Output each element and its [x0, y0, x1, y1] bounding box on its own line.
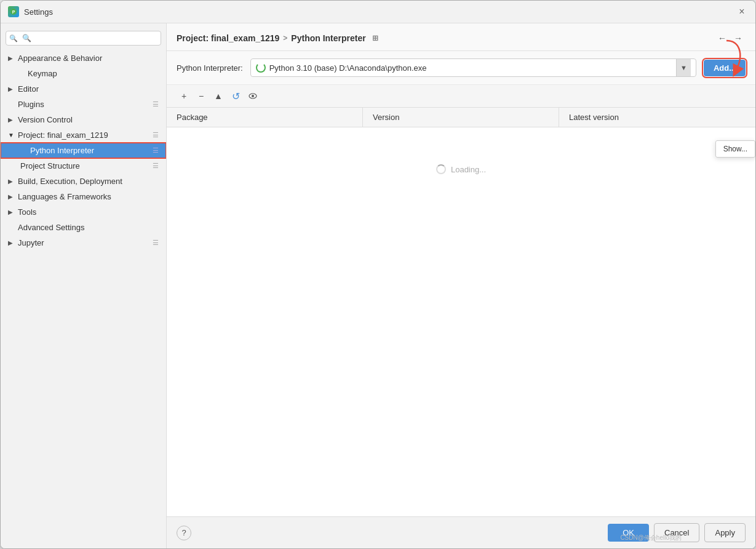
refresh-button[interactable]: ↺: [228, 89, 243, 103]
sidebar-item-keymap[interactable]: Keymap: [1, 66, 166, 81]
pin-icon: ☰: [153, 162, 159, 170]
sidebar-item-version-control[interactable]: ▶ Version Control: [1, 112, 166, 127]
arrow-icon: ▶: [8, 239, 15, 246]
sidebar-item-label: Python Interpreter: [30, 146, 150, 155]
title-bar-left: P Settings: [8, 6, 53, 17]
arrow-icon: ▶: [8, 178, 15, 185]
show-all-label: Show...: [723, 145, 747, 153]
search-input[interactable]: [6, 31, 161, 46]
loading-indicator: Loading...: [167, 127, 755, 211]
packages-toolbar: + − ▲ ↺: [167, 85, 755, 108]
sidebar-item-advanced-settings[interactable]: Advanced Settings: [1, 220, 166, 235]
eye-icon: [249, 93, 257, 99]
app-icon: P: [8, 6, 19, 17]
sidebar-item-editor[interactable]: ▶ Editor: [1, 81, 166, 97]
sidebar: 🔍 ▶ Appearance & Behavior Keymap ▶ Edito…: [1, 23, 167, 548]
sidebar-item-python-interpreter[interactable]: Python Interpreter ☰: [1, 143, 166, 158]
bottom-bar: ? OK Cancel Apply: [167, 516, 755, 548]
packages-table: Package Version Latest version Loading..…: [167, 108, 755, 516]
column-package: Package: [167, 108, 363, 127]
sidebar-item-label: Keymap: [28, 69, 159, 78]
window-title: Settings: [24, 7, 53, 17]
sidebar-item-label: Project: final_exam_1219: [18, 130, 150, 140]
sidebar-item-label: Plugins: [18, 100, 150, 109]
column-version: Version: [363, 108, 559, 127]
svg-text:P: P: [12, 10, 15, 14]
right-panel: Project: final_exam_1219 > Python Interp…: [167, 23, 755, 548]
up-package-button[interactable]: ▲: [211, 89, 226, 103]
navigation-arrows: ← →: [715, 31, 746, 46]
sidebar-item-project[interactable]: ▼ Project: final_exam_1219 ☰: [1, 127, 166, 143]
breadcrumb-icon: ⊞: [372, 34, 378, 42]
interpreter-selector[interactable]: Python 3.10 (base) D:\Anaconda\python.ex…: [250, 58, 696, 77]
sidebar-item-plugins[interactable]: Plugins ☰: [1, 97, 166, 112]
arrow-icon: ▶: [8, 209, 15, 215]
panel-header: Project: final_exam_1219 > Python Interp…: [167, 23, 755, 51]
arrow-icon: ▶: [8, 193, 15, 200]
sidebar-item-jupyter[interactable]: ▶ Jupyter ☰: [1, 235, 166, 250]
sidebar-item-languages[interactable]: ▶ Languages & Frameworks: [1, 189, 166, 204]
sidebar-item-label: Version Control: [18, 115, 159, 124]
pin-icon: ☰: [153, 100, 159, 108]
back-button[interactable]: ←: [715, 31, 730, 46]
sidebar-item-label: Editor: [18, 84, 159, 94]
loading-spinner-icon: [436, 164, 446, 174]
watermark: CSDN@俺会hello我的: [620, 534, 682, 542]
eye-button[interactable]: [245, 89, 260, 103]
forward-button[interactable]: →: [731, 31, 746, 46]
sidebar-item-label: Project Structure: [20, 161, 150, 170]
help-button[interactable]: ?: [177, 526, 191, 540]
search-box: 🔍: [6, 31, 161, 46]
sidebar-item-label: Languages & Frameworks: [18, 192, 159, 201]
interpreter-value: Python 3.10 (base) D:\Anaconda\python.ex…: [269, 63, 672, 73]
breadcrumb-page: Python Interpreter: [291, 33, 365, 43]
remove-package-button[interactable]: −: [194, 89, 209, 103]
breadcrumb: Project: final_exam_1219 > Python Interp…: [177, 33, 378, 43]
pin-icon: ☰: [153, 239, 159, 247]
table-header: Package Version Latest version: [167, 108, 755, 127]
show-all-popup: Show...: [715, 140, 755, 158]
breadcrumb-project: Project: final_exam_1219: [177, 33, 279, 43]
add-interpreter-button[interactable]: Add...: [704, 60, 746, 76]
pin-icon: ☰: [153, 146, 159, 154]
interpreter-dropdown-button[interactable]: ▼: [676, 59, 691, 76]
loading-text: Loading...: [451, 165, 486, 174]
breadcrumb-separator: >: [283, 34, 287, 42]
arrow-icon: ▼: [8, 132, 15, 138]
column-latest-version: Latest version: [559, 108, 755, 127]
python-spinner-icon: [256, 63, 266, 73]
title-bar: P Settings ×: [1, 1, 755, 23]
close-button[interactable]: ×: [736, 6, 748, 18]
sidebar-item-build-execution[interactable]: ▶ Build, Execution, Deployment: [1, 174, 166, 189]
sidebar-item-label: Jupyter: [18, 238, 150, 247]
arrow-icon: ▶: [8, 55, 15, 62]
main-content: 🔍 ▶ Appearance & Behavior Keymap ▶ Edito…: [1, 23, 755, 548]
settings-dialog: P Settings × 🔍 ▶ Appearance & Behavior K…: [0, 0, 756, 549]
sidebar-item-label: Appearance & Behavior: [18, 54, 159, 63]
sidebar-item-project-structure[interactable]: Project Structure ☰: [1, 158, 166, 174]
apply-button[interactable]: Apply: [704, 523, 746, 542]
sidebar-item-tools[interactable]: ▶ Tools: [1, 204, 166, 220]
arrow-icon: ▶: [8, 86, 15, 92]
svg-point-3: [252, 95, 254, 97]
interpreter-label: Python Interpreter:: [177, 63, 243, 73]
sidebar-item-label: Tools: [18, 207, 159, 217]
pin-icon: ☰: [153, 131, 159, 139]
arrow-icon: ▶: [8, 116, 15, 123]
search-icon: 🔍: [9, 34, 18, 42]
right-panel-body: Python Interpreter: Python 3.10 (base) D…: [167, 51, 755, 516]
sidebar-item-label: Build, Execution, Deployment: [18, 177, 159, 186]
add-package-button[interactable]: +: [177, 89, 191, 103]
sidebar-item-label: Advanced Settings: [18, 223, 159, 232]
interpreter-row: Python Interpreter: Python 3.10 (base) D…: [167, 51, 755, 85]
sidebar-item-appearance[interactable]: ▶ Appearance & Behavior: [1, 50, 166, 66]
